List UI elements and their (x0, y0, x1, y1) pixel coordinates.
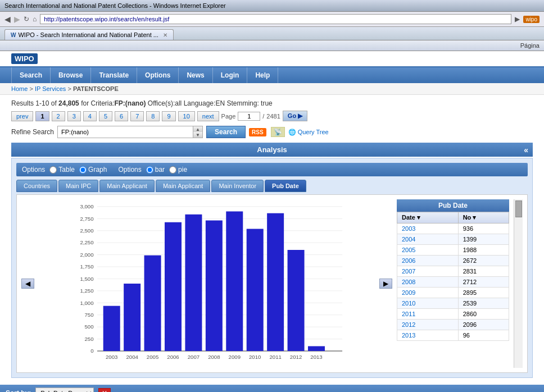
bar-2007[interactable] (185, 215, 202, 351)
scrollbar-thumb[interactable] (515, 200, 522, 217)
go-icon[interactable]: ▶ (515, 15, 520, 23)
tab-main-applicant-1[interactable]: Main Applicant (99, 180, 155, 192)
page-2-btn[interactable]: 2 (52, 111, 65, 121)
date-cell[interactable]: 2004 (397, 234, 459, 245)
no-cell: 2672 (458, 256, 509, 266)
tab-main-inventor[interactable]: Main Inventor (211, 180, 264, 192)
breadcrumb-ip-services[interactable]: IP Services (35, 85, 66, 92)
query-tree-label: Query Tree (298, 129, 329, 135)
range-start: 1 (35, 99, 39, 107)
prev-page-btn[interactable]: prev (11, 111, 33, 121)
pie-radio[interactable] (169, 166, 176, 174)
graph-radio-label[interactable]: Graph (79, 166, 107, 174)
page-7-btn[interactable]: 7 (130, 111, 144, 121)
query-tree-link[interactable]: 🌐 Query Tree (288, 129, 329, 136)
no-cell: 1988 (458, 245, 509, 256)
nav-item-news[interactable]: News (179, 67, 212, 83)
tab-main-ipc[interactable]: Main IPC (58, 180, 98, 192)
pie-radio-label[interactable]: pie (169, 166, 187, 174)
page-3-btn[interactable]: 3 (67, 111, 81, 121)
no-cell: 2712 (458, 277, 509, 288)
bar-2005[interactable] (144, 256, 161, 351)
date-cell[interactable]: 2011 (397, 309, 459, 320)
tab-countries[interactable]: Countries (16, 180, 57, 192)
tab-close-icon[interactable]: ✕ (163, 32, 167, 38)
date-cell[interactable]: 2010 (397, 298, 459, 309)
date-cell[interactable]: 2009 (397, 288, 459, 298)
refine-input-wrapper: ▲ ▼ (57, 126, 203, 138)
date-cell[interactable]: 2013 (397, 330, 459, 341)
tab-main-applicant-2[interactable]: Main Applicant (156, 180, 211, 192)
nav-item-browse[interactable]: Browse (51, 67, 91, 83)
bar-radio[interactable] (146, 166, 153, 174)
page-5-btn[interactable]: 5 (99, 111, 112, 121)
date-cell[interactable]: 2008 (397, 277, 459, 288)
nav-item-search[interactable]: Search (11, 67, 51, 83)
analysis-collapse-btn[interactable]: « (524, 145, 528, 154)
svg-text:2,500: 2,500 (80, 227, 93, 234)
tab-pub-date[interactable]: Pub Date (265, 180, 306, 192)
bar-2004[interactable] (124, 284, 140, 351)
page-8-btn[interactable]: 8 (146, 111, 160, 121)
chart-right-btn[interactable]: ▶ (379, 279, 392, 289)
spinner-down-btn[interactable]: ▼ (193, 132, 202, 138)
table-row: 20072831 (397, 266, 509, 277)
bar-2003[interactable] (103, 306, 120, 351)
refresh-icon[interactable]: ↻ (24, 15, 29, 23)
search-button[interactable]: Search (206, 126, 246, 138)
page-number-input[interactable] (238, 112, 260, 121)
nav-item-login[interactable]: Login (213, 67, 248, 83)
address-input[interactable] (40, 14, 511, 24)
bar-radio-label[interactable]: bar (146, 166, 165, 174)
table-radio[interactable] (49, 166, 57, 174)
date-cell[interactable]: 2005 (397, 245, 459, 256)
scrollbar[interactable] (514, 199, 523, 368)
bar-2008[interactable] (206, 221, 223, 352)
col-no-header[interactable]: No ▾ (458, 212, 509, 224)
breadcrumb-home[interactable]: Home (11, 85, 28, 92)
page-1-btn[interactable]: 1 (35, 111, 49, 121)
nav-item-translate[interactable]: Translate (91, 67, 137, 83)
date-cell[interactable]: 2003 (397, 224, 459, 234)
go-button[interactable]: Go ▶ (283, 111, 307, 121)
svg-text:1,250: 1,250 (80, 288, 93, 294)
stemming-value: true (261, 99, 273, 107)
page-6-btn[interactable]: 6 (115, 111, 128, 121)
svg-text:2009: 2009 (229, 354, 241, 360)
back-icon[interactable]: ◀ (4, 15, 11, 24)
nav-item-help[interactable]: Help (247, 67, 278, 83)
nav-item-options[interactable]: Options (137, 67, 179, 83)
page-9-btn[interactable]: 9 (162, 111, 175, 121)
spinner-up-btn[interactable]: ▲ (193, 126, 202, 132)
bar-2009[interactable] (226, 211, 243, 351)
refine-search-input[interactable] (58, 126, 193, 138)
bar-2012[interactable] (288, 250, 305, 351)
date-cell[interactable]: 2006 (397, 256, 459, 266)
bar-2006[interactable] (165, 222, 182, 351)
bar-2010[interactable] (247, 229, 264, 352)
main-nav-bar: Search Browse Translate Options News Log… (0, 67, 544, 83)
sort-action-btn[interactable]: ✕ (98, 388, 111, 392)
browser-tab[interactable]: W WIPO - Search International and Nation… (4, 29, 174, 40)
date-cell[interactable]: 2007 (397, 266, 459, 277)
main-content: Results 1-10 of 24,805 for Criteria:FP:(… (0, 95, 544, 382)
graph-radio[interactable] (79, 166, 87, 174)
col-date-header[interactable]: Date ▾ (397, 212, 459, 224)
sort-select[interactable]: Pub Date Desc Pub Date Asc Relevance (35, 388, 94, 392)
chart-left-btn[interactable]: ◀ (21, 279, 34, 289)
forward-icon[interactable]: ▶ (14, 15, 20, 24)
svg-text:2010: 2010 (249, 354, 261, 360)
rss-button[interactable]: RSS (249, 128, 266, 136)
svg-text:2007: 2007 (188, 354, 200, 360)
home-icon[interactable]: ⌂ (33, 15, 37, 23)
page-separator: / (262, 113, 264, 120)
refine-spinner: ▲ ▼ (193, 126, 202, 138)
date-cell[interactable]: 2012 (397, 320, 459, 330)
page-4-btn[interactable]: 4 (83, 111, 97, 121)
bar-2013[interactable] (308, 346, 325, 351)
page-10-btn[interactable]: 10 (178, 111, 195, 121)
pagina-label: Página (520, 42, 540, 49)
table-radio-label[interactable]: Table (49, 166, 75, 174)
next-page-btn[interactable]: next (197, 111, 219, 121)
bar-2011[interactable] (267, 213, 284, 351)
